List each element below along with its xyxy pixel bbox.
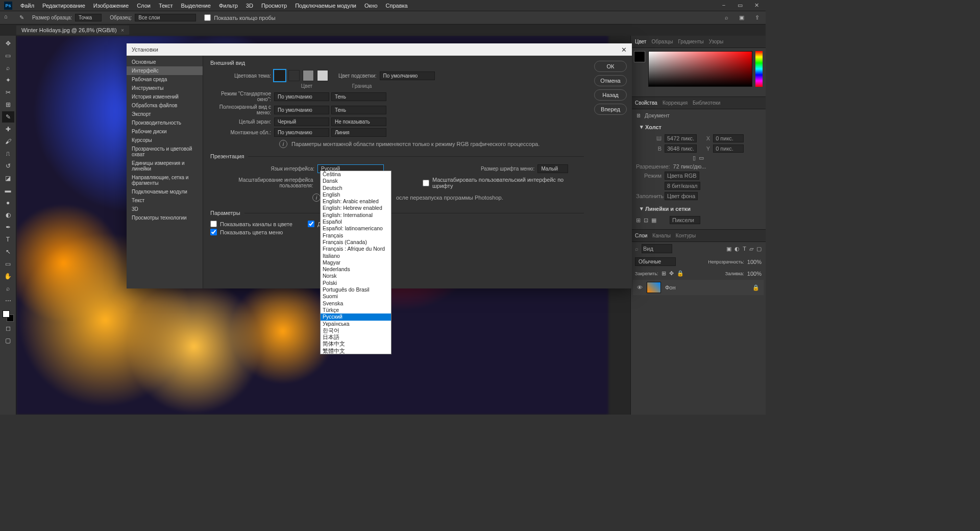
quickmask-tool[interactable]: ◻ xyxy=(2,323,14,334)
tab-color[interactable]: Цвет xyxy=(635,39,646,44)
language-option[interactable]: 繁體中文 xyxy=(321,348,391,354)
path-tool[interactable]: ↖ xyxy=(2,246,14,257)
x-value[interactable]: 0 пикс. xyxy=(713,134,744,142)
forward-button[interactable]: Вперед xyxy=(594,104,627,115)
tab-layers[interactable]: Слои xyxy=(635,233,647,238)
prefs-category[interactable]: Направляющие, сетка и фрагменты xyxy=(127,173,203,187)
window-minimize[interactable]: − xyxy=(719,2,729,9)
y-value[interactable]: 0 пикс. xyxy=(713,144,744,153)
screenmode-tool[interactable]: ▢ xyxy=(2,335,14,346)
language-option[interactable]: Português do Brasil xyxy=(321,286,391,293)
standard-color-select[interactable]: По умолчанию xyxy=(274,92,329,101)
orientation-portrait-icon[interactable]: ▯ xyxy=(693,155,696,161)
language-option[interactable]: English: International xyxy=(321,212,391,219)
prefs-category[interactable]: 3D xyxy=(127,205,203,213)
highlight-select[interactable]: По умолчанию xyxy=(380,71,435,80)
tab-close-icon[interactable]: × xyxy=(121,27,124,33)
bits-value[interactable]: 8 бит/канал xyxy=(665,182,700,190)
color-picker-area[interactable] xyxy=(648,51,752,87)
filter-adj-icon[interactable]: ◐ xyxy=(734,246,740,252)
artboard-border-select[interactable]: Линия xyxy=(331,128,386,137)
language-option[interactable]: Français xyxy=(321,232,391,239)
eyedropper-tool[interactable]: ✎ xyxy=(2,111,14,123)
language-option[interactable]: Suomi xyxy=(321,293,391,300)
lock-pixels-icon[interactable]: ⊞ xyxy=(662,270,666,277)
pen-tool[interactable]: ✒ xyxy=(2,222,14,233)
width-value[interactable]: 5472 пикс. xyxy=(665,134,697,142)
artboard-color-select[interactable]: По умолчанию xyxy=(274,128,329,137)
fullscreen-color-select[interactable]: Черный xyxy=(274,117,329,126)
filter-shape-icon[interactable]: ▱ xyxy=(749,246,753,252)
language-option[interactable]: English: Hebrew enabled xyxy=(321,205,391,211)
grid-icon[interactable]: ⊡ xyxy=(644,217,648,224)
fullscreen-border-select[interactable]: Не показывать xyxy=(331,117,386,126)
prefs-category[interactable]: Курсоры xyxy=(127,136,203,144)
chevron-down-icon[interactable]: ▾ xyxy=(640,124,643,130)
guides-icon[interactable]: ▦ xyxy=(651,217,656,224)
menu-layer[interactable]: Слои xyxy=(133,3,155,9)
filter-pixel-icon[interactable]: ▣ xyxy=(726,246,731,252)
more-tools[interactable]: ⋯ xyxy=(2,295,14,306)
language-option[interactable]: Polski xyxy=(321,280,391,286)
prefs-category[interactable]: Единицы измерения и линейки xyxy=(127,159,203,173)
type-tool[interactable]: T xyxy=(2,234,14,245)
orientation-landscape-icon[interactable]: ▭ xyxy=(699,155,704,161)
document-tab[interactable]: Winter Holidays.jpg @ 26,8% (RGB/8) × xyxy=(16,26,129,35)
ok-button[interactable]: ОК xyxy=(594,61,627,72)
language-option[interactable]: Nederlands xyxy=(321,266,391,273)
dynamic-checkbox[interactable] xyxy=(308,221,314,227)
home-icon[interactable]: ⌂ xyxy=(4,13,13,22)
share-icon[interactable]: ⇪ xyxy=(752,14,762,21)
wand-tool[interactable]: ✦ xyxy=(2,75,14,86)
theme-darkest[interactable] xyxy=(274,70,285,81)
language-option[interactable]: Español: latinoamericano xyxy=(321,225,391,232)
language-option[interactable]: Türkçe xyxy=(321,307,391,313)
language-option[interactable]: 한국어 xyxy=(321,327,391,334)
prefs-category[interactable]: Подключаемые модули xyxy=(127,187,203,196)
prefs-category[interactable]: Экспорт xyxy=(127,110,203,118)
theme-medium[interactable] xyxy=(303,70,314,81)
lock-position-icon[interactable]: ✥ xyxy=(669,270,674,277)
shape-tool[interactable]: ▭ xyxy=(2,258,14,270)
fg-bg-colors[interactable] xyxy=(3,310,14,322)
menu-file[interactable]: Файл xyxy=(16,3,38,9)
menu-colors-checkbox[interactable] xyxy=(210,229,217,235)
gradient-tool[interactable]: ▬ xyxy=(2,185,14,196)
theme-dark[interactable] xyxy=(288,70,300,81)
blend-mode-select[interactable]: Обычные xyxy=(635,257,676,266)
zoom-tool[interactable]: ⌕ xyxy=(2,283,14,294)
heal-tool[interactable]: ✚ xyxy=(2,124,14,135)
hand-tool[interactable]: ✋ xyxy=(2,271,14,282)
prefs-category[interactable]: Рабочие диски xyxy=(127,127,203,136)
prefs-category[interactable]: Просмотры технологии xyxy=(127,213,203,222)
move-tool[interactable]: ✥ xyxy=(2,38,14,49)
tab-adjustments[interactable]: Коррекция xyxy=(663,100,688,106)
fullmenu-color-select[interactable]: По умолчанию xyxy=(274,106,329,114)
language-option[interactable]: Français : Afrique du Nord xyxy=(321,246,391,252)
language-option[interactable]: English xyxy=(321,191,391,198)
menu-window[interactable]: Окно xyxy=(360,3,382,9)
opacity-value[interactable]: 100% xyxy=(747,259,762,265)
prefs-category[interactable]: Основные xyxy=(127,58,203,66)
menu-edit[interactable]: Редактирование xyxy=(38,3,89,9)
menu-filter[interactable]: Фильтр xyxy=(215,3,242,9)
layer-filter-input[interactable] xyxy=(642,244,672,253)
language-option[interactable]: Čeština xyxy=(321,171,391,178)
fill-opacity-value[interactable]: 100% xyxy=(747,271,762,277)
window-close[interactable]: ✕ xyxy=(751,2,762,9)
language-option[interactable]: Deutsch xyxy=(321,185,391,191)
menu-type[interactable]: Текст xyxy=(155,3,177,9)
language-option[interactable]: 简体中文 xyxy=(321,341,391,347)
filter-smart-icon[interactable]: ▢ xyxy=(756,246,762,252)
language-option[interactable]: Français (Canada) xyxy=(321,239,391,246)
language-option[interactable]: Svenska xyxy=(321,300,391,307)
scale-by-font-checkbox[interactable] xyxy=(423,180,429,186)
channels-color-checkbox[interactable] xyxy=(210,221,217,227)
height-value[interactable]: 3648 пикс. xyxy=(665,144,697,153)
theme-light[interactable] xyxy=(317,70,328,81)
ruler-units[interactable]: Пиксели xyxy=(670,216,700,224)
ruler-icon[interactable]: ⊞ xyxy=(636,217,641,224)
stamp-tool[interactable]: ⎍ xyxy=(2,148,14,159)
language-option[interactable]: Italiano xyxy=(321,253,391,259)
prefs-category[interactable]: Инструменты xyxy=(127,84,203,92)
